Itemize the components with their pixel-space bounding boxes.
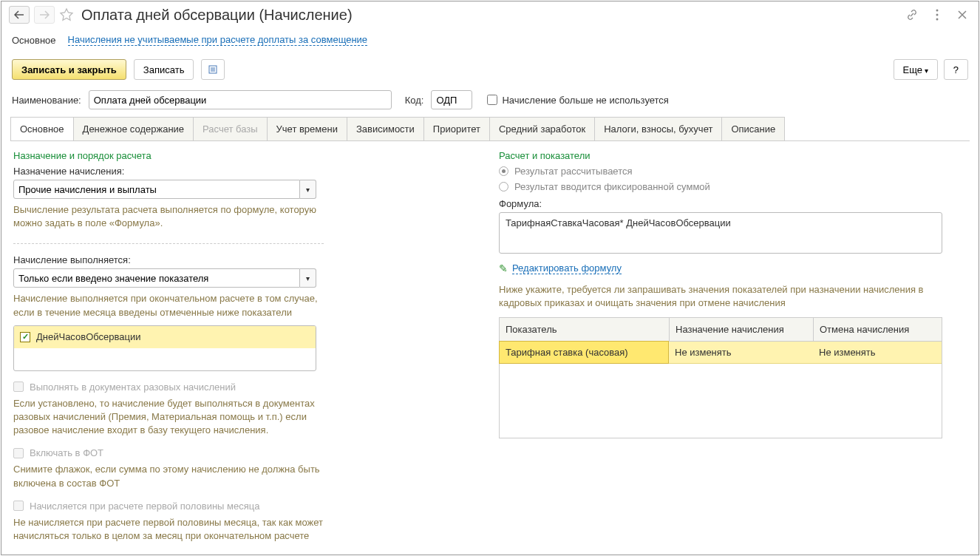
code-label: Код: <box>405 95 424 106</box>
save-button[interactable]: Записать <box>134 59 194 80</box>
cb2-hint: Снимите флажок, если сумма по этому начи… <box>13 463 324 489</box>
tab-priority[interactable]: Приоритет <box>423 117 490 140</box>
tab-time[interactable]: Учет времени <box>267 117 347 140</box>
pencil-icon: ✎ <box>499 262 508 274</box>
window-title: Оплата дней обсервации (Начисление) <box>81 7 353 24</box>
formula-label: Формула: <box>499 198 967 209</box>
not-used-label: Начисление больше не используется <box>502 95 668 106</box>
help-button[interactable]: ? <box>944 59 968 80</box>
tab-base[interactable]: Расчет базы <box>193 117 268 140</box>
tab-deps[interactable]: Зависимости <box>347 117 424 140</box>
th-assign[interactable]: Назначение начисления <box>670 318 814 341</box>
subnav-link[interactable]: Начисления не учитываемые при расчете до… <box>68 34 368 46</box>
executed-hint: Начисление выполняется при окончательном… <box>13 292 324 319</box>
svg-point-1 <box>936 14 939 16</box>
code-input[interactable] <box>431 90 472 109</box>
executed-label: Начисление выполняется: <box>13 254 481 265</box>
indicators-table: Показатель Назначение начисления Отмена … <box>499 317 942 438</box>
tab-avg[interactable]: Средний заработок <box>489 117 595 140</box>
kebab-icon[interactable] <box>928 6 946 24</box>
edit-formula-link[interactable]: Редактировать формулу <box>512 262 622 274</box>
name-label: Наименование: <box>12 95 81 106</box>
tab-desc[interactable]: Описание <box>721 117 785 140</box>
separator <box>13 243 324 244</box>
table-hint: Ниже укажите, требуется ли запрашивать з… <box>499 283 942 310</box>
indicator-row[interactable]: ✓ ДнейЧасовОбсервации <box>14 326 316 348</box>
svg-point-0 <box>936 10 939 12</box>
tabs: Основное Денежное содержание Расчет базы… <box>10 117 970 141</box>
link-icon[interactable] <box>903 6 921 24</box>
cb-fot: Включать в ФОТ <box>13 447 481 458</box>
forward-button[interactable] <box>34 6 55 24</box>
radio-fixed: Результат вводится фиксированной суммой <box>499 181 967 192</box>
indicator-label: ДнейЧасовОбсервации <box>36 331 140 342</box>
name-input[interactable] <box>89 90 392 109</box>
tab-tax[interactable]: Налоги, взносы, бухучет <box>594 117 722 140</box>
section-purpose: Назначение и порядок расчета <box>13 150 481 161</box>
indicator-list[interactable]: ✓ ДнейЧасовОбсервации <box>13 325 316 371</box>
indicator-checkbox[interactable]: ✓ <box>20 332 30 342</box>
svg-point-2 <box>936 18 939 21</box>
save-close-button[interactable]: Записать и закрыть <box>12 59 126 80</box>
favorite-icon[interactable] <box>59 7 74 22</box>
cb1-hint: Если установлено, то начисление будет вы… <box>13 397 324 438</box>
formula-box[interactable]: ТарифнаяСтавкаЧасовая* ДнейЧасовОбсервац… <box>499 212 942 254</box>
subnav-main[interactable]: Основное <box>12 35 56 46</box>
radio-calculated: Результат рассчитывается <box>499 166 967 177</box>
cell-cancel[interactable]: Не изменять <box>813 342 942 363</box>
not-used-checkbox[interactable]: Начисление больше не используется <box>487 95 668 106</box>
executed-select[interactable] <box>13 268 300 288</box>
cell-assign[interactable]: Не изменять <box>669 342 813 363</box>
cb3-hint: Не начисляется при расчете первой полови… <box>13 516 324 543</box>
cb-half-month: Начисляется при расчете первой половины … <box>13 501 481 512</box>
th-indicator[interactable]: Показатель <box>500 318 670 341</box>
table-row[interactable]: Тарифная ставка (часовая) Не изменять Не… <box>500 342 942 364</box>
close-icon[interactable] <box>953 6 971 24</box>
purpose-dropdown-button[interactable]: ▾ <box>300 180 316 199</box>
list-button[interactable] <box>201 59 225 80</box>
back-button[interactable] <box>9 6 30 24</box>
purpose-label: Назначение начисления: <box>13 166 481 177</box>
tab-money[interactable]: Денежное содержание <box>73 117 194 140</box>
th-cancel[interactable]: Отмена начисления <box>814 318 942 341</box>
cb-single-docs: Выполнять в документах разовых начислени… <box>13 382 481 393</box>
tab-main[interactable]: Основное <box>10 117 74 140</box>
purpose-hint: Вычисление результата расчета выполняетс… <box>13 203 324 230</box>
section-calc: Расчет и показатели <box>499 150 967 161</box>
purpose-select[interactable] <box>13 180 300 199</box>
executed-dropdown-button[interactable]: ▾ <box>300 268 316 288</box>
more-button[interactable]: Еще <box>894 59 938 80</box>
cell-indicator[interactable]: Тарифная ставка (часовая) <box>499 341 669 364</box>
